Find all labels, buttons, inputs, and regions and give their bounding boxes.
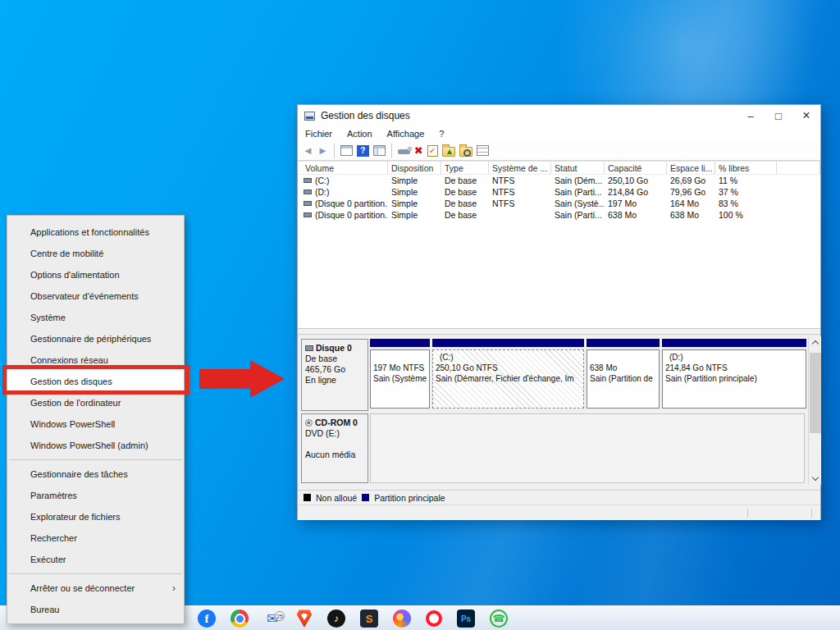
facebook-icon[interactable]: f	[198, 609, 216, 628]
console-tree-icon[interactable]	[340, 145, 353, 156]
unallocated-swatch	[304, 494, 311, 501]
partition-color-bar	[370, 339, 430, 347]
mark-active-icon[interactable]: ✓	[427, 145, 438, 157]
header-espace[interactable]: Espace li...	[667, 162, 715, 174]
sublime-icon[interactable]: S	[360, 609, 378, 628]
menu-item-power-options[interactable]: Options d'alimentation	[7, 264, 184, 285]
menu-action[interactable]: Action	[340, 129, 380, 139]
volume-row-system-partition[interactable]: (Disque 0 partition... Simple De base NT…	[298, 198, 820, 209]
menu-item-powershell[interactable]: Windows PowerShell	[7, 413, 184, 435]
partition-system[interactable]: 197 Mo NTFS Sain (Système	[370, 339, 430, 411]
menu-item-mobility-center[interactable]: Centre de mobilité	[7, 243, 184, 264]
volume-row-d[interactable]: (D:) Simple De base NTFS Sain (Parti... …	[298, 186, 820, 198]
forward-icon[interactable]: ►	[317, 144, 328, 157]
help-icon[interactable]: ?	[357, 145, 369, 157]
disk-graphical-pane: Disque 0 De base 465,76 Go En ligne 197 …	[298, 335, 820, 490]
header-type[interactable]: Type	[441, 162, 489, 174]
partition-d[interactable]: (D:) 214,84 Go NTFS Sain (Partition prin…	[662, 339, 806, 411]
scrollbar-thumb[interactable]	[810, 353, 821, 433]
status-divider	[811, 509, 812, 518]
status-bar	[298, 504, 820, 520]
window-title: Gestion des disques	[321, 110, 410, 121]
maximize-button[interactable]: □	[765, 105, 792, 126]
explore-folder-icon[interactable]	[459, 147, 472, 157]
mail-icon[interactable]: ✉25	[263, 609, 281, 628]
header-filesystem[interactable]: Système de ...	[489, 162, 551, 174]
partition-recovery[interactable]: 638 Mo Sain (Partition de	[587, 339, 660, 411]
open-folder-icon[interactable]	[442, 147, 455, 157]
header-statut[interactable]: Statut	[551, 162, 605, 174]
menu-item-label: Arrêter ou se déconnecter	[30, 583, 135, 593]
tiktok-icon[interactable]: ♪	[327, 609, 345, 628]
opera-icon[interactable]	[426, 610, 442, 627]
arrow-annotation-shaft	[199, 369, 252, 389]
header-volume[interactable]: Volume	[302, 162, 388, 174]
desktop: f ✉25 ♪ S Ps ☎ Applications et fonctionn…	[0, 0, 840, 630]
disk-icon	[305, 345, 313, 351]
unallocated-label: Non alloué	[316, 493, 357, 503]
firefox-icon[interactable]	[393, 609, 411, 628]
partition-c-selected[interactable]: (C:) 250,10 Go NTFS Sain (Démarrer, Fich…	[432, 339, 584, 411]
pane-splitter[interactable]	[298, 328, 820, 335]
title-bar[interactable]: Gestion des disques – □ ×	[298, 105, 820, 126]
menu-item-computer-management[interactable]: Gestion de l'ordinateur	[7, 392, 184, 413]
legend-bar: Non alloué Partition principale	[298, 490, 820, 504]
menu-item-powershell-admin[interactable]: Windows PowerShell (admin)	[7, 435, 184, 456]
menu-affichage[interactable]: Affichage	[380, 129, 432, 139]
action-pane-icon[interactable]	[373, 145, 386, 156]
scroll-down-button[interactable]	[809, 472, 822, 485]
partition-color-bar	[662, 339, 806, 347]
volume-icon	[304, 189, 312, 194]
delete-volume-icon[interactable]: ✖	[414, 144, 423, 157]
cdrom-media-area[interactable]	[370, 413, 805, 483]
partition-color-bar	[432, 339, 584, 347]
submenu-chevron-icon: ›	[172, 578, 176, 599]
menu-item-shutdown[interactable]: Arrêter ou se déconnecter ›	[7, 578, 184, 599]
menu-item-system[interactable]: Système	[7, 307, 184, 328]
menu-item-settings[interactable]: Paramètres	[7, 485, 184, 506]
cdrom-label-cell[interactable]: CD-ROM 0 DVD (E:) Aucun média	[301, 413, 368, 483]
winx-context-menu: Applications et fonctionnalités Centre d…	[7, 215, 185, 624]
photoshop-icon[interactable]: Ps	[457, 609, 475, 628]
menu-bar: Fichier Action Affichage ?	[298, 126, 820, 141]
whatsapp-icon[interactable]: ☎	[490, 609, 508, 628]
minimize-button[interactable]: –	[737, 105, 765, 126]
cdrom-icon	[305, 419, 313, 427]
volume-icon	[304, 178, 312, 183]
properties-icon[interactable]	[477, 145, 489, 156]
menu-item-task-manager[interactable]: Gestionnaire des tâches	[7, 463, 184, 485]
menu-fichier[interactable]: Fichier	[298, 129, 340, 139]
volume-row-c[interactable]: (C:) Simple De base NTFS Sain (Dém... 25…	[298, 175, 820, 186]
menu-separator	[9, 459, 182, 460]
chevron-down-icon	[812, 474, 819, 481]
menu-item-apps-features[interactable]: Applications et fonctionnalités	[7, 221, 184, 243]
menu-help[interactable]: ?	[431, 129, 451, 139]
menu-separator	[9, 573, 182, 574]
chrome-icon[interactable]	[231, 609, 249, 628]
menu-item-desktop[interactable]: Bureau	[7, 599, 184, 620]
wrench-icon[interactable]	[398, 149, 410, 154]
header-capacite[interactable]: Capacité	[605, 162, 667, 174]
menu-item-search[interactable]: Rechercher	[7, 527, 184, 549]
chevron-up-icon	[812, 340, 819, 347]
menu-item-device-manager[interactable]: Gestionnaire de périphériques	[7, 328, 184, 349]
mail-unread-badge: 25	[275, 611, 285, 621]
header-disposition[interactable]: Disposition	[388, 162, 441, 174]
highlight-annotation-box	[2, 365, 189, 395]
vertical-scrollbar[interactable]	[808, 336, 821, 485]
primary-partition-swatch	[362, 494, 369, 501]
scroll-up-button[interactable]	[809, 336, 822, 349]
volume-row-recovery-partition[interactable]: (Disque 0 partition... Simple De base Sa…	[298, 209, 820, 221]
menu-item-event-viewer[interactable]: Observateur d'événements	[7, 285, 184, 307]
brave-icon[interactable]	[296, 609, 313, 628]
back-icon[interactable]: ◄	[303, 144, 313, 157]
volume-list-header: Volume Disposition Type Système de ... S…	[298, 161, 820, 175]
volume-list-pane: Volume Disposition Type Système de ... S…	[298, 161, 820, 328]
menu-item-file-explorer[interactable]: Explorateur de fichiers	[7, 506, 184, 527]
header-libres[interactable]: % libres	[715, 162, 777, 174]
disk-management-window: Gestion des disques – □ × Fichier Action…	[297, 104, 821, 520]
menu-item-run[interactable]: Exécuter	[7, 549, 184, 570]
close-button[interactable]: ×	[792, 105, 820, 126]
volume-icon	[304, 212, 312, 217]
disk0-label-cell[interactable]: Disque 0 De base 465,76 Go En ligne	[301, 339, 368, 411]
